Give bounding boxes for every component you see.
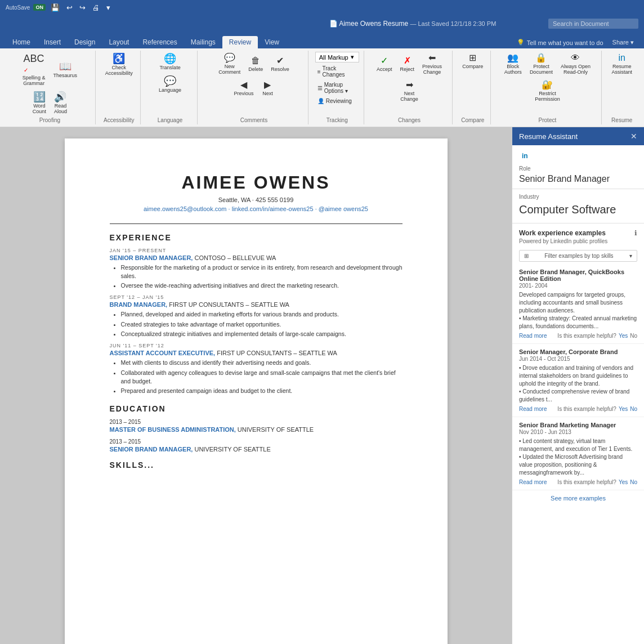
read-more-1[interactable]: Read more: [519, 333, 547, 339]
markup-dropdown[interactable]: All Markup ▾: [315, 52, 359, 62]
markup-options-button[interactable]: ☰ Markup Options ▾: [315, 80, 359, 95]
protect-items: 👥 BlockAuthors 🔒 ProtectDocument 👁 Alway…: [498, 52, 597, 104]
spelling-grammar-button[interactable]: ABC✓ Spelling &Grammar: [20, 52, 48, 88]
ribbon-group-proofing: ABC✓ Spelling &Grammar 📖 Thesaurus 🔢 Wor…: [5, 51, 96, 124]
autosave-toggle[interactable]: ON: [33, 4, 46, 11]
read-aloud-button[interactable]: 🔊 ReadAloud: [51, 90, 70, 116]
example-dates-2: Jun 2014 - Oct 2015: [519, 356, 637, 362]
skills-placeholder: SKILLS...: [110, 460, 402, 469]
save-icon[interactable]: 💾: [49, 3, 61, 12]
undo-icon[interactable]: ↩: [65, 3, 74, 12]
language-button[interactable]: 💬 Language: [156, 74, 184, 95]
always-open-read-only-button[interactable]: 👁 Always OpenRead-Only: [558, 52, 593, 77]
tab-view[interactable]: View: [258, 36, 286, 48]
yes-button-1[interactable]: Yes: [619, 333, 628, 339]
example-company-3: Senior Brand Marketing Manager: [519, 422, 637, 428]
education-section-title: EDUCATION: [110, 404, 402, 413]
tab-design[interactable]: Design: [68, 36, 102, 48]
bullet: Conceptualized strategic initiatives and…: [121, 330, 402, 338]
industry-value[interactable]: Computer Software: [512, 201, 644, 223]
restrict-permission-button[interactable]: 🔐 RestrictPermission: [532, 79, 563, 104]
job-company-1: CONTOSO – BELLEVUE WA: [194, 254, 276, 261]
translate-icon: 🌐: [164, 53, 176, 64]
example-company-1: Senior Brand Manager, QuickBooks Online …: [519, 269, 637, 282]
helpful-text-1: Is this example helpful?: [557, 333, 616, 339]
track-changes-button[interactable]: ≡ Track Changes: [315, 64, 359, 79]
resume-location: Seattle, WA · 425 555 0199: [110, 196, 402, 203]
next-comment-icon: ▶: [264, 80, 271, 90]
previous-change-button[interactable]: ⬅ PreviousChange: [419, 52, 445, 77]
previous-comment-button[interactable]: ◀ Previous: [231, 79, 256, 98]
reject-button[interactable]: ✗ Reject: [397, 55, 418, 74]
tab-references[interactable]: References: [136, 36, 184, 48]
redo-icon[interactable]: ↪: [78, 3, 87, 12]
block-authors-icon: 👥: [507, 53, 518, 62]
resume-label: Resume: [611, 117, 632, 123]
ribbon-group-compare: ⊞ Compare Compare: [455, 51, 491, 124]
job-bullets-1: Responsible for the marketing of a produ…: [110, 263, 402, 290]
see-more-button[interactable]: See more examples: [512, 490, 644, 506]
new-comment-button[interactable]: 💬 NewComment: [216, 52, 243, 77]
edu-years-2: 2013 – 2015: [110, 439, 402, 445]
thesaurus-button[interactable]: 📖 Thesaurus: [50, 60, 80, 80]
tab-layout[interactable]: Layout: [102, 36, 136, 48]
read-more-3[interactable]: Read more: [519, 479, 547, 485]
info-icon: ℹ: [634, 229, 637, 237]
protect-icon: 🔒: [535, 53, 547, 62]
tab-mailings[interactable]: Mailings: [184, 36, 222, 48]
edu-years-1: 2013 – 2015: [110, 419, 402, 425]
accept-button[interactable]: ✓ Accept: [374, 55, 395, 74]
ribbon-group-language: 🌐 Translate 💬 Language Language: [143, 51, 198, 124]
filter-chevron-icon: ▾: [629, 253, 632, 259]
ribbon-toolbar: ABC✓ Spelling &Grammar 📖 Thesaurus 🔢 Wor…: [0, 48, 644, 127]
word-count-button[interactable]: 🔢 WordCount: [30, 90, 49, 116]
yes-button-3[interactable]: Yes: [619, 479, 628, 485]
read-more-2[interactable]: Read more: [519, 406, 547, 412]
job-highlight-3: ASSISTANT ACCOUNT EXECUTIVE,: [110, 350, 216, 356]
compare-button[interactable]: ⊞ Compare: [459, 52, 486, 71]
tab-home[interactable]: Home: [6, 36, 37, 48]
more-icon[interactable]: ▾: [105, 3, 112, 12]
spelling-icon: ABC✓: [24, 53, 44, 74]
tab-review[interactable]: Review: [222, 36, 258, 48]
edu-title-2: SENIOR BRAND MANAGER, UNIVERSITY OF SEAT…: [110, 446, 402, 453]
document-area[interactable]: AIMEE OWENS Seattle, WA · 425 555 0199 a…: [0, 127, 512, 644]
block-authors-button[interactable]: 👥 BlockAuthors: [502, 52, 525, 77]
no-button-2[interactable]: No: [630, 406, 637, 412]
document-title: 📄 Aimee Owens Resume — Last Saved 12/1/1…: [277, 20, 548, 28]
check-accessibility-button[interactable]: ♿ CheckAccessibility: [102, 52, 136, 78]
ra-title: Resume Assistant: [519, 132, 578, 141]
no-button-3[interactable]: No: [630, 479, 637, 485]
example-text-3: • Led content strategy, virtual team man…: [519, 437, 637, 477]
resolve-button[interactable]: ✔ Resolve: [268, 55, 292, 74]
protect-document-button[interactable]: 🔒 ProtectDocument: [527, 52, 556, 77]
work-examples-title: Work experience examples: [519, 229, 606, 237]
compare-items: ⊞ Compare: [459, 52, 486, 71]
job-highlight-1: SENIOR BRAND MANAGER,: [110, 254, 193, 261]
job-company-2: FIRST UP CONSULTANTS – SEATTLE WA: [169, 301, 289, 308]
resolve-icon: ✔: [276, 56, 284, 65]
ra-close-button[interactable]: ✕: [630, 132, 637, 141]
tell-me[interactable]: 💡 Tell me what you want to do: [512, 37, 608, 48]
next-comment-button[interactable]: ▶ Next: [258, 79, 276, 98]
search-input[interactable]: [548, 19, 638, 29]
example-item-3: Senior Brand Marketing Manager Nov 2010 …: [512, 417, 644, 490]
reviewing-button[interactable]: 👤 Reviewing: [315, 97, 359, 105]
resume-items: in ResumeAssistant: [609, 52, 635, 77]
role-value[interactable]: Senior Brand Manager: [512, 173, 644, 189]
bullet: Met with clients to discuss and identify…: [121, 359, 402, 367]
bullet: Collaborated with agency colleagues to d…: [121, 369, 402, 385]
delete-comment-button[interactable]: 🗑 Delete: [245, 55, 266, 74]
yes-button-2[interactable]: Yes: [619, 406, 628, 412]
translate-button[interactable]: 🌐 Translate: [156, 52, 183, 72]
share-button[interactable]: Share ▾: [608, 37, 638, 48]
resume-divider: [110, 223, 402, 224]
job-date-1: JAN '15 – PRESENT: [110, 248, 402, 253]
bullet: Planned, developed and aided in marketin…: [121, 310, 402, 319]
example-footer-1: Read more Is this example helpful? Yes N…: [519, 333, 637, 339]
resume-assistant-button[interactable]: in ResumeAssistant: [609, 52, 635, 77]
next-change-button[interactable]: ➡ NextChange: [397, 79, 421, 104]
filter-bar[interactable]: ⊞ Filter examples by top skills ▾: [519, 250, 637, 262]
print-icon[interactable]: 🖨: [91, 3, 101, 12]
tab-insert[interactable]: Insert: [37, 36, 68, 48]
